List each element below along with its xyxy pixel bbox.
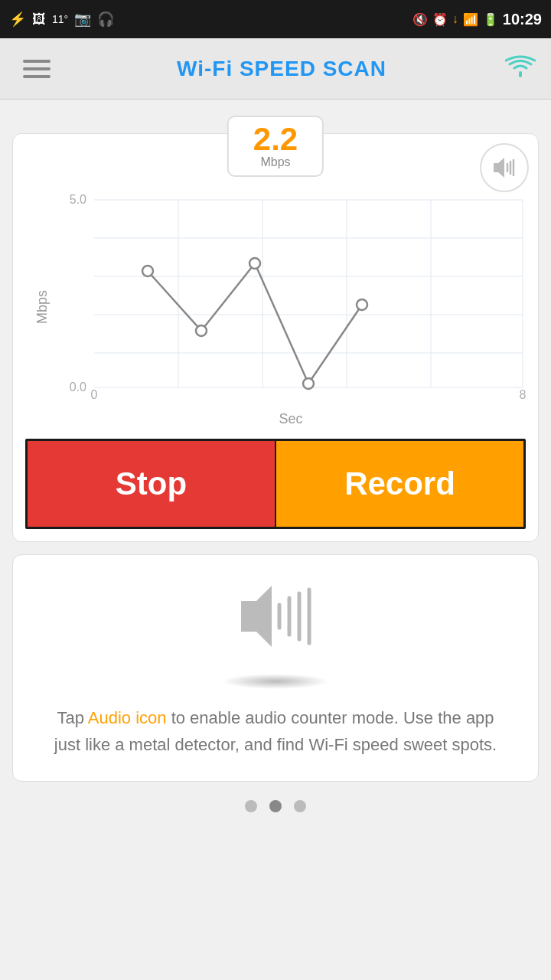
speed-card: 2.2 Mbps Mbps: [12, 133, 539, 542]
svg-point-20: [196, 325, 207, 336]
svg-point-19: [142, 266, 153, 276]
menu-button[interactable]: [15, 52, 58, 86]
svg-text:8: 8: [520, 388, 527, 399]
headphone-icon: 🎧: [97, 11, 114, 28]
chart-y-label: Mbps: [34, 290, 51, 324]
dot-3[interactable]: [294, 800, 306, 812]
svg-text:5.0: 5.0: [70, 193, 86, 206]
svg-point-23: [357, 299, 367, 310]
svg-point-21: [249, 258, 260, 269]
chart-container: Mbps 5.0: [25, 185, 526, 430]
speaker-icon: [230, 578, 321, 666]
speed-value: 2.2: [253, 123, 298, 155]
stop-button[interactable]: Stop: [28, 441, 276, 527]
status-icons-right: 🔇 ⏰ ↓ 📶 🔋 10:29: [412, 11, 542, 28]
main-content: 2.2 Mbps Mbps: [0, 100, 551, 837]
sound-icon-button[interactable]: [480, 143, 529, 192]
action-buttons: Stop Record: [25, 439, 526, 529]
wifi-nav-icon: [505, 54, 536, 83]
alarm-icon: ⏰: [432, 12, 448, 27]
svg-text:0: 0: [91, 388, 98, 399]
camera-icon: 📷: [74, 11, 91, 28]
mute-icon: 🔇: [412, 12, 428, 27]
temp-icon: 11°: [52, 13, 68, 25]
svg-marker-0: [494, 158, 504, 178]
audio-icon-label: Audio icon: [88, 708, 167, 727]
usb-icon: ⚡: [9, 11, 26, 28]
battery-icon: 🔋: [483, 12, 498, 27]
chart-svg: 5.0 0.0 0 8: [56, 192, 526, 407]
status-bar: ⚡ 🖼 11° 📷 🎧 🔇 ⏰ ↓ 📶 🔋 10:29: [0, 0, 551, 38]
chart-x-label: Sec: [56, 411, 526, 427]
speed-badge: 2.2 Mbps: [227, 116, 324, 177]
download-icon: ↓: [452, 12, 458, 26]
audio-description: Tap Audio icon to enable audio counter m…: [46, 704, 505, 758]
svg-text:0.0: 0.0: [70, 381, 86, 394]
status-icons-left: ⚡ 🖼 11° 📷 🎧: [9, 11, 114, 28]
image-icon: 🖼: [32, 11, 46, 28]
speed-unit: Mbps: [253, 155, 298, 169]
signal-icon: 📶: [463, 12, 478, 27]
audio-desc-prefix: Tap: [57, 708, 87, 727]
clock: 10:29: [503, 11, 542, 28]
pagination-dots: [12, 800, 539, 825]
dot-1[interactable]: [245, 800, 257, 812]
audio-mode-card: Tap Audio icon to enable audio counter m…: [12, 554, 539, 782]
app-title: Wi-Fi SPEED SCAN: [177, 57, 386, 81]
nav-bar: Wi-Fi SPEED SCAN: [0, 38, 551, 100]
record-button[interactable]: Record: [276, 441, 523, 527]
svg-marker-24: [241, 586, 272, 647]
speaker-shadow: [222, 674, 329, 689]
svg-point-22: [303, 378, 314, 389]
dot-2[interactable]: [269, 800, 282, 812]
